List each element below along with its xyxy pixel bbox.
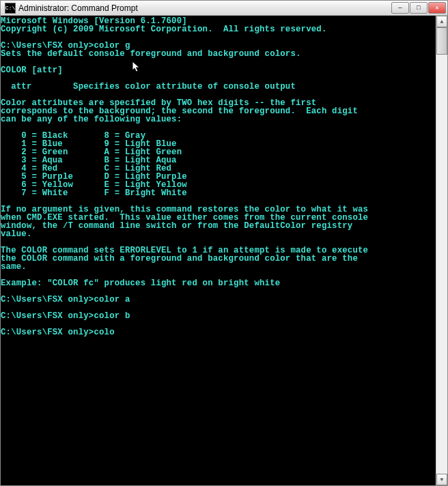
title-bar[interactable]: C:\ Administrator: Command Prompt — □ ✕	[1, 1, 447, 16]
window-title: Administrator: Command Prompt	[18, 3, 391, 13]
scroll-down-button[interactable]: ▼	[436, 474, 447, 485]
window-controls: — □ ✕	[391, 2, 446, 14]
console-area[interactable]: Microsoft Windows [Version 6.1.7600] Cop…	[1, 16, 447, 485]
window-icon-label: C:\	[5, 5, 15, 11]
scroll-up-button[interactable]: ▲	[436, 16, 447, 27]
close-button[interactable]: ✕	[428, 2, 446, 14]
window-icon: C:\	[5, 3, 16, 14]
scroll-thumb[interactable]	[436, 27, 447, 55]
maximize-button[interactable]: □	[410, 2, 428, 14]
minimize-button[interactable]: —	[391, 2, 409, 14]
vertical-scrollbar[interactable]: ▲ ▼	[436, 16, 447, 485]
console-output: Microsoft Windows [Version 6.1.7600] Cop…	[1, 17, 447, 337]
app-window: C:\ Administrator: Command Prompt — □ ✕ …	[0, 0, 448, 486]
